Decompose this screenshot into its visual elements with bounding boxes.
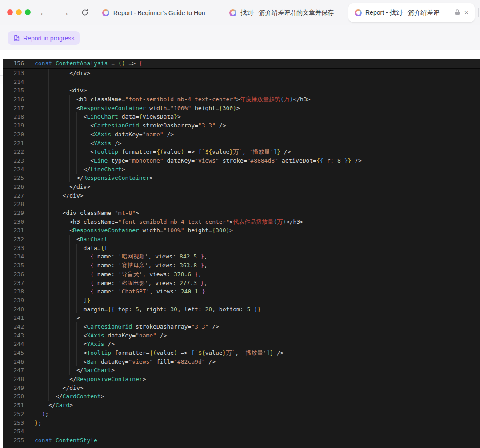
code-token: 5 [136,306,139,313]
code-token: } [202,288,205,295]
code-token: dataKey= [97,358,128,365]
code-line-content: ]} [35,296,90,305]
tab-close-button[interactable]: × [463,9,470,16]
code-token: 370.6 [174,271,191,278]
code-token: { [139,113,143,120]
code-token: , views: [148,262,180,269]
line-number: 228 [3,200,24,209]
line-number: 222 [3,147,24,156]
code-token [191,271,195,278]
code-token: } [174,113,177,120]
code-token: } [254,306,257,313]
code-line-content: <div className="mt-8"> [35,209,139,218]
code-line: 244<YAxis /> [3,340,480,349]
line-number: 156 [3,59,24,68]
indent-guides [35,410,42,419]
code-token: } [233,105,236,111]
tab-divider [478,8,479,17]
code-line-content: </ResponsiveContainer> [35,375,146,384]
browser-chrome: ← → Report - Beginner's Guide to Hon 找到一… [0,0,480,25]
code-token: } [277,148,280,155]
tab-title: Report - Beginner's Guide to Hon [113,9,221,16]
code-line: 219<CartesianGrid strokeDasharray="3 3" … [3,121,480,130]
code-token: name: [94,288,118,295]
code-line: 250</CardContent> [3,392,480,401]
tab-title-fade [332,9,344,17]
code-token: { [90,288,94,295]
code-token: '暗网视频' [118,253,148,260]
code-token: ( [273,218,277,225]
code-token: = [108,60,118,67]
code-line: 221<YAxis /> [3,139,480,148]
code-line: 252); [3,410,480,419]
code-token: </div> [63,192,84,199]
line-number: 230 [3,218,24,226]
indent-guides [35,147,90,156]
code-token: > [143,376,146,382]
code-token: 代表作品播放量 [233,218,273,225]
code-line: 234{ name: '暗网视频', views: 842.5 }, [3,252,480,261]
code-token: /> [205,358,216,365]
code-token: <h3 className= [76,96,125,103]
indent-guides [35,392,56,401]
code-token: {( [156,148,164,155]
line-number: 250 [3,392,24,401]
back-button[interactable]: ← [39,7,48,18]
window-minimize-button[interactable] [16,9,22,15]
code-token: name: [94,253,118,260]
code-token: CardContent [63,393,101,400]
code-line: 249</div> [3,384,480,392]
code-line-content: <LineChart data={viewsData}> [35,112,181,121]
code-token: <h3 className= [69,218,118,225]
code-token: </div> [69,70,90,76]
code-token: < [76,105,80,111]
line-number: 217 [3,104,24,113]
indent-guides [35,287,90,296]
tab-report-active[interactable]: Report - 找到一篇介绍差评 × [348,3,475,22]
code-editor[interactable]: 156const ContentAnalysis = () => { 213</… [3,59,480,448]
code-line-content: const ContentStyle [35,436,97,445]
code-token: Tooltip [87,349,111,356]
code-token: , [242,148,249,155]
forward-button[interactable]: → [60,7,69,18]
window-close-button[interactable] [7,9,13,15]
code-token: , left: [177,306,205,313]
code-token: > [149,174,153,181]
code-token: ) [181,148,184,155]
window-zoom-button[interactable] [25,9,31,15]
code-token: 'ChatGPT' [118,288,149,295]
code-token: { [101,245,104,251]
line-number: 233 [3,244,24,253]
code-token: /> [104,341,115,347]
code-token: "views" [195,157,219,164]
code-token: dataKey= [164,157,195,164]
code-token: '播放量' [249,148,274,155]
code-token: { [139,60,143,67]
line-number: 244 [3,340,24,349]
reload-button[interactable] [81,8,89,18]
code-line-content: { name: '赛博母亲', views: 363.8 }, [35,261,208,270]
code-token: ] [273,148,277,155]
code-token: Card [56,402,69,408]
code-line: 246<Bar dataKey="views" fill="#82ca9d" /… [3,357,480,366]
line-number: 226 [3,182,24,191]
document-plus-icon [13,35,20,42]
indent-guides [35,305,84,314]
code-line-content: <BarChart [35,235,108,244]
code-token: </ [56,393,63,400]
code-line-content: <CartesianGrid strokeDasharray="3 3" /> [35,322,219,331]
report-in-progress-badge[interactable]: Report in progress [8,31,80,45]
code-token: () [118,60,125,67]
indent-guides [35,261,90,270]
tab-report-guide[interactable]: Report - Beginner's Guide to Hon [102,0,221,25]
code-line-content: <Bar dataKey="views" fill="#82ca9d" /> [35,357,216,366]
code-token: "100%" [170,105,191,111]
line-number: 224 [3,165,24,174]
line-number: 247 [3,366,24,375]
indent-guides [35,200,63,209]
code-line-content: <h3 className="font-semibold mb-4 text-c… [35,218,304,226]
tab-find-article[interactable]: 找到一篇介绍差评君的文章并保存 [229,0,344,25]
indent-guides [35,69,69,78]
indent-guides [35,340,84,349]
code-token: < [90,157,94,164]
